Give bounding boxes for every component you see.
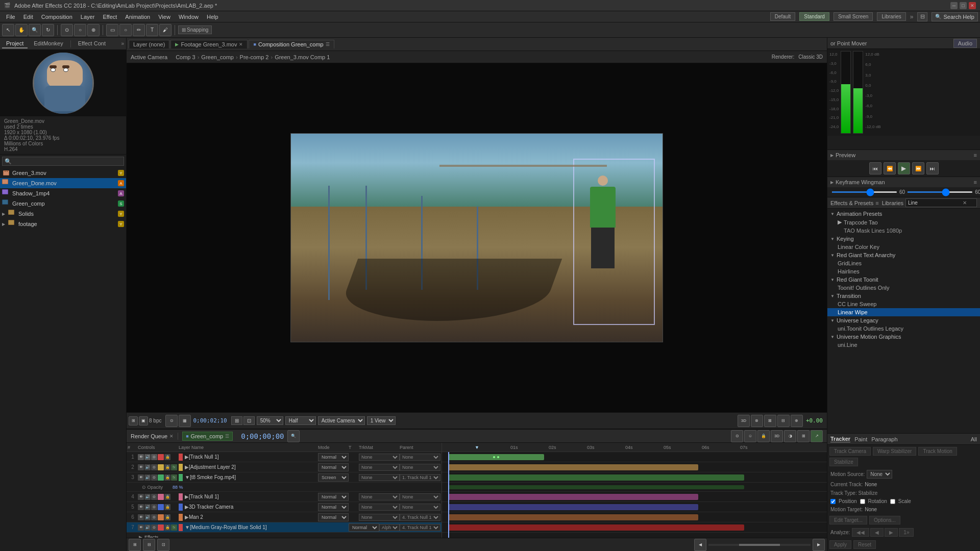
guides-btn[interactable]: ⊟: [777, 415, 790, 427]
layer-expand[interactable]: ▶: [185, 514, 189, 520]
audio-tab-label[interactable]: Audio: [953, 39, 977, 48]
viewer-toggle-btn[interactable]: ⊞: [129, 416, 138, 425]
tree-item-linear-color-key[interactable]: Linear Color Key: [827, 243, 980, 251]
3d-btn[interactable]: 3D: [738, 415, 750, 427]
audio-icon[interactable]: 🔊: [144, 524, 151, 531]
layer-trkmat[interactable]: None: [359, 493, 400, 500]
tree-item-hairlines[interactable]: Hairlines: [827, 267, 980, 276]
libraries-label[interactable]: Libraries: [882, 200, 903, 206]
transparency-btn[interactable]: ⊗: [751, 415, 763, 427]
reset-btn[interactable]: Reset: [853, 540, 876, 549]
view-select[interactable]: 1 View: [367, 416, 396, 425]
fx-icon[interactable]: fx: [171, 524, 177, 531]
lock-icon[interactable]: 🔒: [164, 514, 170, 520]
color-swatch[interactable]: [158, 474, 164, 481]
layer-parent[interactable]: None: [400, 454, 440, 461]
tl-lock-btn[interactable]: 🔒: [757, 430, 770, 442]
tree-group-header[interactable]: ▼ Animation Presets: [827, 210, 980, 218]
analyze-fwd-all[interactable]: 1»: [899, 528, 914, 537]
fx-icon[interactable]: fx: [171, 464, 177, 470]
analyze-fwd-one[interactable]: ▶: [885, 528, 898, 537]
layer-row[interactable]: 6 👁 🔊 ⊙ 🔒 ▶ Man 2 Normal: [127, 512, 442, 522]
lock-icon[interactable]: 🔒: [164, 504, 170, 510]
layer-alpha[interactable]: Alpha: [379, 524, 400, 531]
tl-footer-btn3[interactable]: ⊡: [157, 539, 169, 551]
effects-menu-icon[interactable]: ≡: [875, 200, 878, 206]
close-footage-tab[interactable]: ✕: [239, 42, 243, 47]
list-item[interactable]: Shadow_1mp4 A: [0, 188, 126, 198]
layer-trkmat[interactable]: None: [359, 454, 400, 461]
solo-icon[interactable]: ⊙: [151, 464, 157, 470]
menu-file[interactable]: File: [2, 13, 19, 21]
tree-item-toonit-outlines[interactable]: Toonit! Outlines Only: [827, 284, 980, 292]
layer-parent[interactable]: 4. Track Null 1: [400, 524, 440, 531]
tree-item-uni-toonit-outlines[interactable]: uni.Toonit Outlines Legacy: [827, 324, 980, 333]
grid-btn[interactable]: ⊡: [243, 416, 255, 425]
snap-btn[interactable]: ⊞: [231, 416, 242, 425]
preview-region-btn[interactable]: ▦: [179, 415, 191, 427]
layer-parent[interactable]: None: [400, 504, 440, 511]
tl-zoom-slider[interactable]: [708, 544, 811, 546]
viewer-region-btn[interactable]: ▣: [139, 416, 148, 425]
color-swatch[interactable]: [158, 454, 164, 460]
layer-row[interactable]: 5 👁 🔊 ⊙ 🔒 ▶ 3D Tracker Camera Normal: [127, 502, 442, 512]
tree-subitem-tao-mask[interactable]: TAO Mask Lines 1080p: [827, 227, 980, 235]
all-label[interactable]: All: [971, 436, 977, 442]
stabilize-btn[interactable]: Stabilize: [829, 458, 858, 466]
layer-mode-select[interactable]: Normal: [318, 513, 349, 521]
warp-stabilizer-btn[interactable]: Warp Stabilizer: [873, 447, 916, 456]
layer-mode-select[interactable]: Normal: [318, 503, 349, 511]
clear-search-icon[interactable]: ✕: [963, 200, 967, 206]
render-queue-tab[interactable]: Render Queue ✕: [131, 433, 174, 439]
audio-icon[interactable]: 🔊: [144, 504, 151, 510]
layer-expand[interactable]: ▶: [185, 494, 189, 499]
tab-effect-controls[interactable]: Effect Cont: [74, 39, 110, 48]
breadcrumb-green3comp1[interactable]: Green_3.mov Comp 1: [275, 54, 330, 60]
fx-icon[interactable]: fx: [171, 474, 177, 481]
visibility-icon[interactable]: 👁: [138, 474, 144, 481]
tool-text[interactable]: T: [146, 24, 158, 36]
lock-icon[interactable]: 🔒: [164, 474, 170, 481]
pixel-aspect-btn[interactable]: ⊠: [764, 415, 776, 427]
preview-prev-frame[interactable]: ⏪: [884, 162, 896, 174]
quality-select[interactable]: Half Full Quarter: [285, 416, 316, 425]
tool-cam-unified[interactable]: ⊙: [61, 24, 73, 36]
solo-icon[interactable]: ⊙: [151, 514, 157, 520]
visibility-icon[interactable]: 👁: [138, 454, 144, 460]
comp-timeline-tab[interactable]: ■ Green_comp ☰: [182, 432, 233, 441]
tree-item-trapcode-tao[interactable]: ▶ Trapcode Tao: [827, 218, 980, 227]
menu-animation[interactable]: Animation: [121, 13, 154, 21]
tree-item-cc-line-sweep[interactable]: CC Line Sweep: [827, 300, 980, 308]
tree-group-header-text-anarchy[interactable]: ▼ Red Giant Text Anarchy: [827, 251, 980, 259]
preview-next-frame[interactable]: ⏩: [912, 162, 924, 174]
options-btn[interactable]: Options...: [869, 516, 900, 524]
camera-select[interactable]: Active Camera: [318, 416, 365, 425]
paint-label[interactable]: Paint: [854, 436, 867, 442]
color-swatch[interactable]: [158, 494, 164, 500]
tree-group-header-toonit[interactable]: ▼ Red Giant Toonit: [827, 276, 980, 284]
audio-icon[interactable]: 🔊: [144, 514, 151, 520]
tool-brush[interactable]: 🖌: [159, 24, 172, 36]
layer-expand[interactable]: ▶: [185, 454, 189, 460]
minimize-button[interactable]: ─: [950, 2, 958, 9]
tracker-label[interactable]: Tracker: [830, 436, 850, 442]
solo-icon[interactable]: ⊙: [151, 524, 157, 531]
tl-solo-btn[interactable]: ⊙: [731, 430, 743, 442]
workspace-small-screen[interactable]: Small Screen: [834, 12, 873, 21]
visibility-icon[interactable]: 👁: [138, 494, 144, 500]
comp-tab-options[interactable]: ☰: [326, 42, 330, 47]
analyze-back-one[interactable]: ◀: [870, 528, 884, 537]
tool-select[interactable]: ↖: [2, 24, 14, 36]
preview-settings-btn[interactable]: ⊙: [165, 415, 178, 427]
tree-item-gridlines[interactable]: GridLines: [827, 259, 980, 267]
menu-composition[interactable]: Composition: [37, 13, 77, 21]
lock-icon[interactable]: 🔒: [164, 524, 170, 531]
overlay-btn[interactable]: ⊕: [791, 415, 803, 427]
close-render-queue[interactable]: ✕: [169, 434, 174, 439]
search-timeline-btn[interactable]: 🔍: [287, 430, 300, 442]
layer-row[interactable]: 1 👁 🔊 ⊙ 🔒 ▶ [Track Null 1] Normal: [127, 452, 442, 462]
tool-zoom[interactable]: 🔍: [29, 24, 41, 36]
layer-mode-select[interactable]: Normal: [349, 523, 379, 532]
keyframe-header[interactable]: ▶ Keyframe Wingman ≡: [827, 177, 980, 187]
list-item[interactable]: ▶ Solids Y: [0, 209, 126, 219]
